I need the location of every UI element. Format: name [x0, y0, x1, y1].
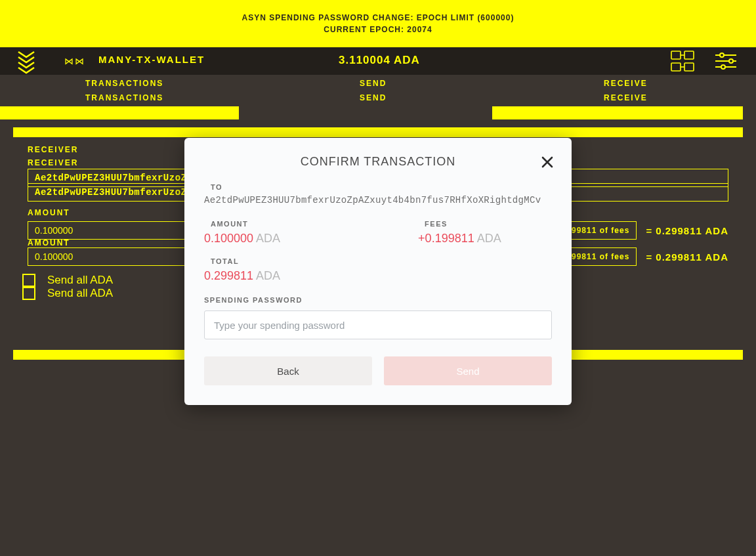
total-label: TOTAL [211, 257, 552, 265]
fees-label: FEES [425, 220, 501, 228]
fees-currency: ADA [477, 232, 501, 245]
spending-password-label: SPENDING PASSWORD [204, 296, 552, 304]
fees-value: +0.199811 [418, 232, 474, 245]
amount-label: AMOUNT [211, 220, 280, 228]
amount-currency: ADA [256, 232, 280, 245]
confirm-transaction-modal: CONFIRM TRANSACTION TO Ae2tdPwUPEZ3HUU7b… [184, 138, 572, 405]
close-icon[interactable] [537, 152, 557, 172]
back-button[interactable]: Back [204, 356, 372, 385]
spending-password-input[interactable] [204, 310, 552, 339]
modal-overlay: CONFIRM TRANSACTION TO Ae2tdPwUPEZ3HUU7b… [0, 0, 756, 556]
total-value: 0.299811 [204, 269, 253, 282]
amount-value: 0.100000 [204, 232, 253, 245]
to-address: Ae2tdPwUPEZ3HUU7bmfexrUzoZpAZxuyt4b4bn7f… [204, 195, 552, 205]
send-button[interactable]: Send [384, 356, 552, 385]
total-currency: ADA [256, 269, 280, 282]
to-label: TO [211, 183, 552, 191]
modal-title: CONFIRM TRANSACTION [204, 155, 552, 169]
